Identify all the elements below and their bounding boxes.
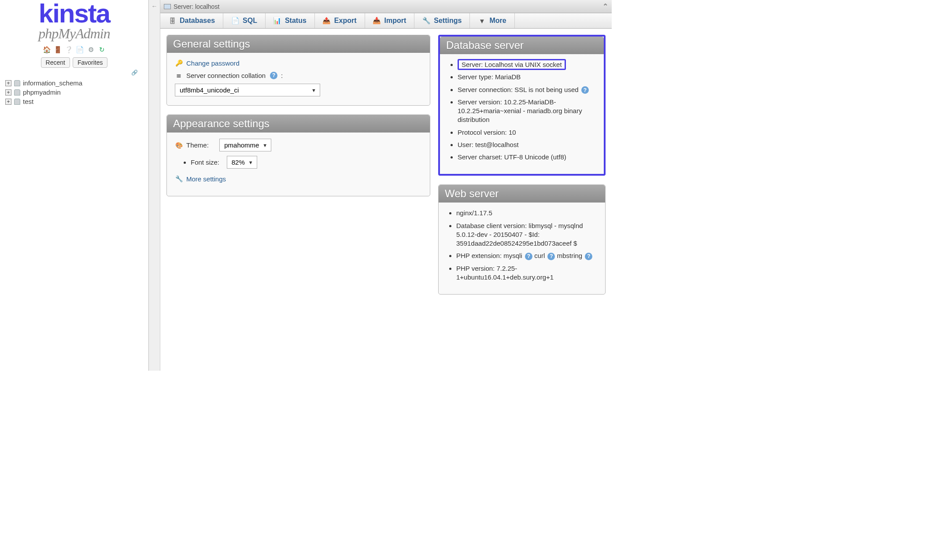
help-icon[interactable]: ?: [525, 253, 532, 260]
palette-icon: 🎨: [175, 141, 183, 149]
key-icon: 🔑: [175, 59, 183, 67]
fontsize-select-wrap: 82%: [227, 156, 257, 169]
sidebar: KInsta phpMyAdmin 🏠 🚪 ❔ 📄 ⚙ ↻ Recent Fav…: [0, 0, 149, 371]
tab-import[interactable]: 📥Import: [365, 13, 415, 28]
db-node-information-schema[interactable]: + information_schema: [5, 78, 148, 88]
collapse-nav-icon[interactable]: 🔗: [128, 70, 140, 76]
chevron-down-icon: ▼: [478, 17, 486, 25]
highlighted-server-value: Server: Localhost via UNIX socket: [458, 59, 566, 70]
home-icon[interactable]: 🏠: [43, 45, 51, 54]
webserver-ext-row: PHP extension: mysqli ? curl ? mbstring …: [456, 251, 597, 260]
main-area: ← Server: localhost ⌃ 🗄Databases 📄SQL 📊S…: [149, 0, 612, 371]
tab-status[interactable]: 📊Status: [266, 13, 315, 28]
appearance-settings-panel: Appearance settings 🎨 Theme: pmahomme: [166, 114, 430, 196]
breadcrumb-bar: Server: localhost ⌃: [160, 0, 612, 13]
tab-label: More: [489, 17, 506, 25]
dbserver-connection-row: Server connection: SSL is not being used…: [458, 85, 596, 94]
panel-title: Database server: [440, 37, 604, 54]
panel-title: General settings: [167, 35, 430, 53]
database-icon: [14, 80, 20, 86]
webserver-software-row: nginx/1.17.5: [456, 209, 597, 217]
wrench-icon: 🔧: [422, 17, 430, 25]
help-icon[interactable]: ?: [581, 86, 589, 94]
app-root: KInsta phpMyAdmin 🏠 🚪 ❔ 📄 ⚙ ↻ Recent Fav…: [0, 0, 612, 371]
query-window-icon[interactable]: 📄: [76, 45, 84, 54]
dbserver-type-row: Server type: MariaDB: [458, 73, 596, 81]
panel-title: Web server: [439, 185, 605, 203]
theme-select[interactable]: pmahomme: [219, 139, 271, 151]
dbserver-user-row: User: test@localhost: [458, 140, 596, 149]
webserver-client-row: Database client version: libmysql - mysq…: [456, 221, 597, 248]
fontsize-row: Font size: 82%: [191, 156, 422, 169]
ext-mbstring: mbstring: [557, 252, 583, 259]
dbserver-connection-text: Server connection: SSL is not being used: [458, 86, 579, 93]
server-icon: [164, 4, 171, 9]
breadcrumb-label: Server: localhost: [174, 3, 219, 10]
tab-label: Databases: [180, 17, 215, 25]
theme-label: Theme:: [186, 141, 209, 149]
help-icon[interactable]: ?: [270, 72, 277, 79]
webserver-phpver-row: PHP version: 7.2.25-1+ubuntu16.04.1+deb.…: [456, 264, 597, 282]
general-settings-panel: General settings 🔑 Change password ≣ Ser…: [166, 35, 430, 106]
sql-icon: 📄: [231, 17, 239, 25]
fontsize-label: Font size:: [191, 158, 219, 166]
export-icon: 📤: [323, 17, 331, 25]
fontsize-select[interactable]: 82%: [227, 156, 257, 169]
collation-select[interactable]: utf8mb4_unicode_ci: [175, 84, 320, 96]
db-label: information_schema: [23, 79, 82, 87]
status-icon: 📊: [273, 17, 281, 25]
web-server-panel: Web server nginx/1.17.5 Database client …: [438, 184, 606, 295]
more-settings-link[interactable]: More settings: [186, 175, 226, 183]
change-password-link[interactable]: Change password: [186, 59, 240, 67]
product-name: phpMyAdmin: [38, 26, 110, 42]
tab-label: Import: [384, 17, 406, 25]
nav-settings-icon[interactable]: ⚙: [87, 45, 95, 54]
reload-icon[interactable]: ↻: [98, 45, 106, 54]
db-node-test[interactable]: + test: [5, 97, 148, 106]
tab-settings[interactable]: 🔧Settings: [414, 13, 470, 28]
theme-select-wrap: pmahomme: [219, 139, 271, 151]
dbserver-server-row: Server: Localhost via UNIX socket: [458, 60, 596, 69]
collapse-top-icon[interactable]: ⌃: [602, 2, 608, 11]
tab-label: Settings: [434, 17, 462, 25]
tab-label: Export: [334, 17, 357, 25]
expand-icon[interactable]: +: [5, 80, 11, 86]
content-columns: General settings 🔑 Change password ≣ Ser…: [160, 29, 612, 371]
db-label: phpmyadmin: [23, 88, 61, 96]
logout-icon[interactable]: 🚪: [54, 45, 62, 54]
favorites-tab[interactable]: Favorites: [73, 57, 108, 68]
expand-icon[interactable]: +: [5, 99, 11, 105]
help-icon[interactable]: ?: [585, 253, 592, 260]
database-tree: + information_schema + phpmyadmin + test: [0, 77, 148, 106]
help-icon[interactable]: ?: [547, 253, 555, 260]
db-label: test: [23, 98, 33, 105]
dbserver-charset-row: Server charset: UTF-8 Unicode (utf8): [458, 153, 596, 162]
nav-back-column[interactable]: ←: [149, 0, 160, 371]
colon: :: [281, 72, 283, 79]
tab-label: Status: [285, 17, 307, 25]
dbserver-protocol-row: Protocol version: 10: [458, 128, 596, 137]
database-icon: [14, 89, 20, 96]
ext-curl: curl: [534, 252, 545, 259]
database-server-panel: Database server Server: Localhost via UN…: [438, 35, 606, 176]
dbserver-version-row: Server version: 10.2.25-MariaDB-10.2.25+…: [458, 98, 596, 125]
collation-label: Server connection collation: [186, 72, 266, 79]
recent-favorites-tabs: Recent Favorites: [41, 57, 108, 68]
db-node-phpmyadmin[interactable]: + phpmyadmin: [5, 88, 148, 97]
tab-more[interactable]: ▼More: [470, 13, 514, 28]
import-icon: 📥: [373, 17, 381, 25]
tab-databases[interactable]: 🗄Databases: [160, 13, 223, 28]
tab-sql[interactable]: 📄SQL: [223, 13, 266, 28]
recent-tab[interactable]: Recent: [41, 57, 70, 68]
expand-icon[interactable]: +: [5, 89, 11, 96]
database-icon: 🗄: [168, 17, 176, 25]
ext-lead: PHP extension: mysqli: [456, 252, 522, 259]
main-inner: Server: localhost ⌃ 🗄Databases 📄SQL 📊Sta…: [160, 0, 612, 371]
docs-icon[interactable]: ❔: [65, 45, 73, 54]
panel-title: Appearance settings: [167, 115, 430, 133]
top-tabs: 🗄Databases 📄SQL 📊Status 📤Export 📥Import …: [160, 13, 612, 29]
tab-label: SQL: [243, 17, 257, 25]
tab-export[interactable]: 📤Export: [315, 13, 365, 28]
logo-block: KInsta phpMyAdmin: [33, 2, 115, 44]
right-column: Database server Server: Localhost via UN…: [438, 35, 606, 371]
